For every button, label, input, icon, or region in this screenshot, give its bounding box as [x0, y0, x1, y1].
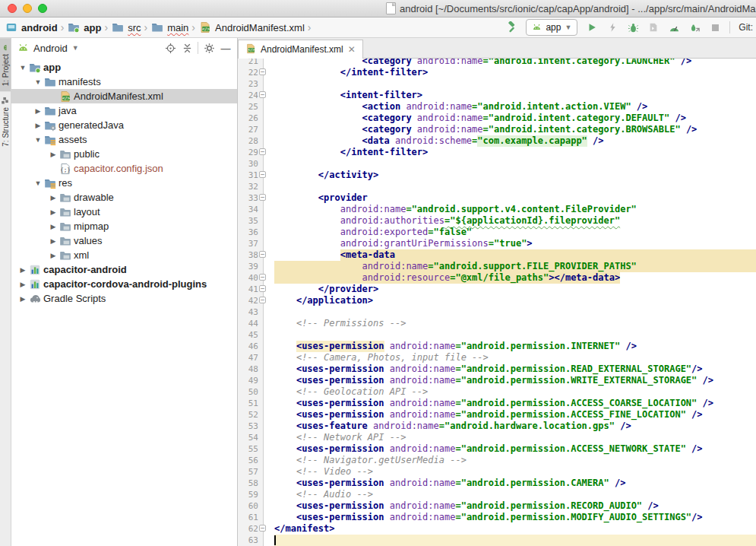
code-line-49[interactable]: 49 <uses-permission android:name="androi… — [238, 375, 756, 386]
tree-expand-arrow-icon[interactable]: ▼ — [17, 64, 28, 71]
fold-marker-icon[interactable]: − — [259, 285, 266, 292]
code-line-50[interactable]: 50 <!-- Geolocation API --> — [238, 386, 756, 398]
line-number[interactable]: 47 — [238, 352, 264, 363]
line-number[interactable]: 34 — [238, 204, 264, 215]
tree-expand-arrow-icon[interactable]: ▼ — [33, 78, 43, 86]
tree-item-capacitor-cordova-android-plugins[interactable]: ▶capacitor-cordova-android-plugins — [11, 277, 237, 291]
tree-expand-arrow-icon[interactable]: ▶ — [33, 122, 43, 129]
tree-item-gradle-scripts[interactable]: ▶Gradle Scripts — [11, 291, 237, 306]
code-line-47[interactable]: 47 <!-- Camera, Photos, input file --> — [238, 352, 756, 363]
line-number[interactable]: 43 — [238, 306, 264, 318]
code-line-25[interactable]: 25 <action android:name="android.intent.… — [238, 101, 756, 113]
line-number[interactable]: 28 — [238, 135, 264, 147]
line-number[interactable]: 45 — [238, 329, 264, 341]
fold-marker-icon[interactable]: − — [259, 525, 266, 532]
tree-item-capacitor-config-json[interactable]: {;}capacitor.config.json — [11, 161, 237, 176]
fold-marker-icon[interactable]: − — [259, 148, 266, 155]
tree-expand-arrow-icon[interactable]: ▶ — [48, 208, 59, 216]
tree-expand-arrow-icon[interactable]: ▶ — [48, 237, 59, 245]
tree-item-mipmap[interactable]: ▶mipmap — [11, 219, 237, 233]
line-number[interactable]: 59 — [238, 489, 264, 500]
tool-stripe-structure-tab[interactable]: 7: Structure — [0, 91, 11, 152]
line-number[interactable]: 50 — [238, 386, 264, 398]
tree-expand-arrow-icon[interactable]: ▶ — [48, 223, 59, 230]
line-number[interactable]: 35 — [238, 215, 264, 227]
code-line-58[interactable]: 58 <uses-permission android:name="androi… — [238, 478, 756, 489]
line-number[interactable]: 49 — [238, 375, 264, 386]
tree-item-app[interactable]: ▼app — [11, 60, 237, 75]
tree-expand-arrow-icon[interactable]: ▶ — [17, 266, 28, 274]
fold-marker-icon[interactable]: − — [259, 171, 266, 178]
code-line-22[interactable]: 22− </intent-filter> — [238, 67, 756, 78]
run-with-coverage-icon[interactable] — [647, 21, 660, 33]
code-line-63[interactable]: 63 — [238, 535, 756, 546]
line-number[interactable]: 32 — [238, 181, 264, 192]
tree-expand-arrow-icon[interactable]: ▶ — [48, 151, 59, 158]
line-number[interactable]: 27 — [238, 124, 264, 135]
run-button[interactable] — [586, 21, 598, 33]
tool-stripe-project-tab[interactable]: 1: Project — [0, 38, 11, 91]
code-line-23[interactable]: 23 — [238, 78, 756, 90]
hide-panel-icon[interactable]: — — [220, 42, 232, 54]
code-line-41[interactable]: 41− </provider> — [238, 284, 756, 295]
line-number[interactable]: 58 — [238, 478, 264, 489]
line-number[interactable]: 52 — [238, 409, 264, 421]
tree-item-capacitor-android[interactable]: ▶capacitor-android — [11, 262, 237, 277]
tree-item-values[interactable]: ▶values — [11, 233, 237, 248]
code-line-60[interactable]: 60 <uses-permission android:name="androi… — [238, 500, 756, 512]
code-line-62[interactable]: 62−</manifest> — [238, 523, 756, 535]
code-line-51[interactable]: 51 <uses-permission android:name="androi… — [238, 398, 756, 409]
project-view-selector[interactable]: Android — [33, 43, 68, 54]
code-line-54[interactable]: 54 <!-- Network API --> — [238, 432, 756, 443]
code-line-32[interactable]: 32 — [238, 181, 756, 192]
code-line-33[interactable]: 33− <provider — [238, 192, 756, 204]
tree-expand-arrow-icon[interactable]: ▶ — [17, 281, 28, 288]
code-line-28[interactable]: 28 <data android:scheme="com.example.cap… — [238, 135, 756, 147]
breadcrumb-item-androidmanifest-xml[interactable]: </>AndroidManifest.xml — [198, 21, 305, 33]
apply-changes-icon[interactable] — [606, 21, 618, 33]
collapse-all-icon[interactable] — [181, 42, 193, 54]
tree-item-manifests[interactable]: ▼manifests — [11, 75, 237, 89]
code-line-31[interactable]: 31− </activity> — [238, 170, 756, 181]
minimize-window-button[interactable] — [23, 4, 32, 13]
code-line-39[interactable]: 39 android:name="android.support.FILE_PR… — [238, 261, 756, 272]
code-line-59[interactable]: 59 <!-- Audio --> — [238, 489, 756, 500]
code-line-35[interactable]: 35 android:authorities="${applicationId}… — [238, 215, 756, 227]
code-line-27[interactable]: 27 <category android:name="android.inten… — [238, 124, 756, 135]
build-hammer-icon[interactable] — [505, 21, 517, 33]
code-line-57[interactable]: 57 <!-- Video --> — [238, 466, 756, 478]
tree-expand-arrow-icon[interactable]: ▶ — [33, 107, 43, 115]
tree-item-java[interactable]: ▶java — [11, 103, 237, 118]
attach-debugger-icon[interactable] — [688, 21, 701, 33]
fold-marker-icon[interactable]: − — [259, 251, 266, 258]
code-line-48[interactable]: 48 <uses-permission android:name="androi… — [238, 363, 756, 375]
code-line-21[interactable]: 21 <category android:name="android.inten… — [238, 59, 756, 67]
line-number[interactable]: 44 — [238, 318, 264, 329]
zoom-window-button[interactable] — [38, 4, 47, 13]
code-line-43[interactable]: 43 — [238, 306, 756, 318]
fold-marker-icon[interactable]: − — [259, 297, 266, 303]
line-number[interactable]: 53 — [238, 421, 264, 432]
close-tab-icon[interactable]: ✕ — [348, 44, 356, 55]
tree-item-generatedjava[interactable]: ▶generatedJava — [11, 118, 237, 132]
tree-expand-arrow-icon[interactable]: ▶ — [48, 194, 59, 202]
fold-marker-icon[interactable]: − — [259, 274, 266, 281]
line-number[interactable]: 21 — [238, 59, 264, 67]
debug-button[interactable] — [627, 21, 639, 33]
breadcrumb-item-app[interactable]: app — [67, 21, 101, 33]
line-number[interactable]: 63 — [238, 535, 264, 546]
editor-tab-androidmanifest[interactable]: </> AndroidManifest.xml ✕ — [238, 40, 363, 59]
code-line-55[interactable]: 55 <uses-permission android:name="androi… — [238, 443, 756, 455]
line-number[interactable]: 25 — [238, 101, 264, 113]
line-number[interactable]: 55 — [238, 443, 264, 455]
line-number[interactable]: 30 — [238, 158, 264, 170]
code-line-56[interactable]: 56 <!-- Navigator.getUserMedia --> — [238, 455, 756, 466]
breadcrumb-item-main[interactable]: main — [150, 21, 188, 33]
git-branch-label[interactable]: Git: — [739, 22, 754, 33]
tree-item-res[interactable]: ▼res — [11, 176, 237, 190]
line-number[interactable]: 60 — [238, 500, 264, 512]
locate-file-icon[interactable] — [164, 42, 176, 54]
code-line-44[interactable]: 44 <!-- Permissions --> — [238, 318, 756, 329]
line-number[interactable]: 36 — [238, 227, 264, 238]
gear-icon[interactable] — [203, 42, 215, 54]
